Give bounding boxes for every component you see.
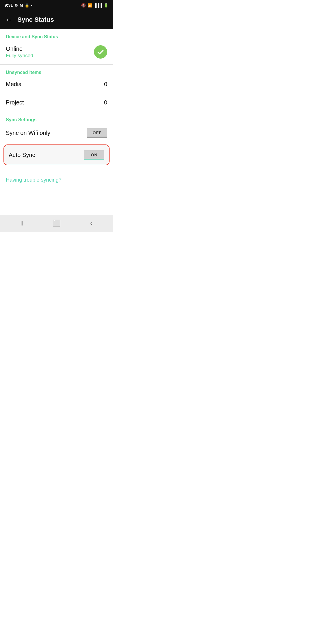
nav-home-icon[interactable]: ⬜ (46, 217, 68, 229)
mute-icon: 🔇 (81, 3, 86, 8)
signal-icon: ▐▐▐ (94, 3, 102, 8)
online-label: Online (6, 46, 33, 52)
trouble-syncing-link[interactable]: Having trouble syncing? (0, 170, 113, 183)
content-area: Device and Sync Status Online Fully sync… (0, 29, 113, 215)
time-display: 9:31 (5, 3, 13, 8)
sync-settings-section: Sync Settings (0, 112, 113, 122)
auto-sync-label: Auto Sync (9, 152, 35, 158)
back-button[interactable]: ← (5, 16, 12, 24)
battery-icon: 🔋 (104, 3, 108, 8)
project-label: Project (6, 99, 24, 106)
project-row: Project 0 (0, 93, 113, 112)
fully-synced-label: Fully synced (6, 53, 33, 59)
media-count: 0 (104, 81, 107, 88)
dot-icon: • (31, 3, 32, 8)
device-sync-section: Device and Sync Status (0, 29, 113, 39)
sync-status-labels: Online Fully synced (6, 46, 33, 59)
person-icon: 🔒 (25, 3, 29, 8)
status-bar-left: 9:31 ⚙ M 🔒 • (5, 3, 32, 8)
project-count: 0 (104, 99, 107, 106)
auto-sync-toggle[interactable]: ON (84, 150, 104, 160)
sync-settings-title: Sync Settings (6, 117, 37, 122)
app-bar: ← Sync Status (0, 10, 113, 29)
mail-icon: M (20, 3, 23, 8)
sync-check-icon (94, 45, 107, 59)
status-bar: 9:31 ⚙ M 🔒 • 🔇 📶 ▐▐▐ 🔋 (0, 0, 113, 10)
unsynced-items-title: Unsynced Items (6, 70, 41, 75)
media-label: Media (6, 81, 21, 88)
wifi-sync-label: Sync on Wifi only (6, 130, 50, 136)
status-bar-right: 🔇 📶 ▐▐▐ 🔋 (81, 3, 108, 8)
auto-sync-row: Auto Sync ON (3, 144, 110, 165)
bottom-nav: ⦀ ⬜ ‹ (0, 215, 113, 232)
nav-menu-icon[interactable]: ⦀ (14, 217, 30, 229)
gear-icon: ⚙ (14, 3, 18, 8)
media-row: Media 0 (0, 75, 113, 93)
device-sync-title: Device and Sync Status (6, 34, 58, 39)
page-title: Sync Status (17, 16, 54, 23)
wifi-icon: 📶 (88, 3, 92, 8)
nav-back-icon[interactable]: ‹ (83, 217, 99, 229)
wifi-sync-toggle[interactable]: OFF (87, 128, 107, 138)
unsynced-items-section: Unsynced Items (0, 65, 113, 75)
wifi-sync-row: Sync on Wifi only OFF (0, 122, 113, 143)
sync-status-row: Online Fully synced (0, 39, 113, 64)
